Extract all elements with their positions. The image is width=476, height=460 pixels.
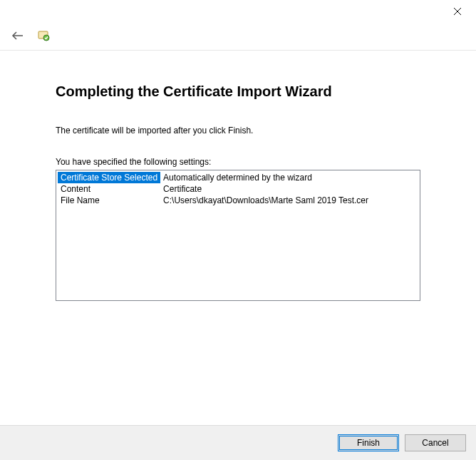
page-title: Completing the Certificate Import Wizard xyxy=(56,83,420,100)
setting-value: Automatically determined by the wizard xyxy=(160,172,418,183)
settings-label: You have specified the following setting… xyxy=(56,157,420,167)
settings-listbox[interactable]: Certificate Store SelectedAutomatically … xyxy=(56,170,420,301)
divider xyxy=(0,50,476,51)
certificate-icon xyxy=(37,29,51,43)
back-button[interactable] xyxy=(11,29,24,42)
footer: Finish Cancel xyxy=(0,425,476,460)
finish-button[interactable]: Finish xyxy=(338,434,399,451)
settings-table: Certificate Store SelectedAutomatically … xyxy=(58,172,418,206)
setting-value: Certificate xyxy=(160,183,418,195)
table-row[interactable]: Certificate Store SelectedAutomatically … xyxy=(58,172,418,183)
cancel-button[interactable]: Cancel xyxy=(405,434,466,451)
setting-value: C:\Users\dkayat\Downloads\Marte Saml 201… xyxy=(160,195,418,206)
setting-key: Content xyxy=(58,183,160,195)
table-row[interactable]: File NameC:\Users\dkayat\Downloads\Marte… xyxy=(58,195,418,206)
nav-row xyxy=(0,21,476,50)
wizard-icon xyxy=(37,29,51,43)
close-icon xyxy=(453,7,462,16)
back-arrow-icon xyxy=(11,31,24,41)
close-button[interactable] xyxy=(443,1,472,21)
setting-key: Certificate Store Selected xyxy=(58,172,160,183)
setting-key: File Name xyxy=(58,195,160,206)
intro-text: The certificate will be imported after y… xyxy=(56,126,420,136)
table-row[interactable]: ContentCertificate xyxy=(58,183,418,195)
wizard-content: Completing the Certificate Import Wizard… xyxy=(0,83,476,301)
titlebar xyxy=(0,0,476,21)
